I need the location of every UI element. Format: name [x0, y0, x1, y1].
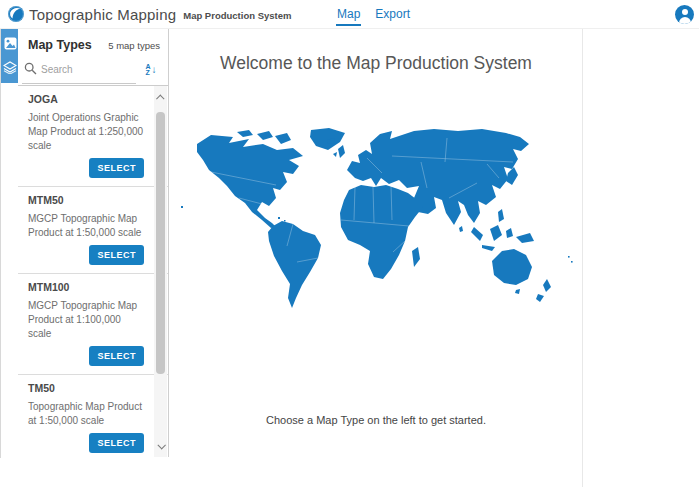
- map-type-item-mtm100: MTM100 MGCP Topographic Map Product at 1…: [18, 274, 168, 375]
- select-button[interactable]: SELECT: [89, 158, 144, 178]
- map-type-name: TM50: [28, 382, 144, 394]
- left-icon-rail: [0, 29, 18, 458]
- app-subtitle: Map Production System: [183, 10, 291, 21]
- map-type-description: Joint Operations Graphic Map Product at …: [28, 111, 144, 153]
- app-header: Topographic Mapping Map Production Syste…: [0, 0, 699, 29]
- world-map-image: [177, 128, 575, 312]
- tab-export[interactable]: Export: [374, 3, 411, 26]
- main-content-area: Welcome to the Map Production System: [169, 29, 699, 487]
- scroll-up-icon[interactable]: [154, 91, 167, 104]
- scroll-down-icon[interactable]: [154, 439, 167, 452]
- select-button[interactable]: SELECT: [89, 433, 144, 453]
- rail-icon-group: [1, 29, 19, 83]
- search-icon: [24, 62, 37, 75]
- chevron-down-glyph: [157, 441, 165, 449]
- map-type-item-tm50: TM50 Topographic Map Product at 1:50,000…: [18, 375, 168, 457]
- map-type-list: JOGA Joint Operations Graphic Map Produc…: [18, 85, 168, 457]
- scrollbar-thumb[interactable]: [156, 112, 165, 374]
- user-avatar-icon[interactable]: [675, 5, 694, 24]
- tab-map[interactable]: Map: [336, 3, 361, 26]
- avatar-body-shape: [679, 17, 691, 25]
- app-logo-globe-icon: [7, 5, 25, 23]
- map-type-name: MTM50: [28, 194, 144, 206]
- map-type-description: MGCP Topographic Map Product at 1:50,000…: [28, 212, 144, 240]
- search-row: AZ ↓: [18, 56, 168, 84]
- map-type-description: MGCP Topographic Map Product at 1:100,00…: [28, 299, 144, 341]
- sort-az-glyph: AZ ↓: [145, 64, 156, 77]
- search-input[interactable]: [41, 64, 126, 75]
- layers-panel-icon[interactable]: [1, 55, 19, 79]
- map-types-count: 5 map types: [108, 40, 160, 51]
- sidebar-scrollbar[interactable]: [154, 86, 167, 457]
- map-type-description: Topographic Map Product at 1:50,000 scal…: [28, 400, 144, 428]
- get-started-instruction: Choose a Map Type on the left to get sta…: [170, 414, 582, 426]
- app-title: Topographic Mapping: [29, 6, 176, 23]
- welcome-title: Welcome to the Map Production System: [170, 53, 582, 74]
- avatar-head-shape: [682, 9, 688, 15]
- search-box: [22, 56, 136, 84]
- chevron-up-glyph: [156, 94, 164, 102]
- select-button[interactable]: SELECT: [89, 346, 144, 366]
- select-button[interactable]: SELECT: [89, 245, 144, 265]
- map-type-name: JOGA: [28, 93, 144, 105]
- header-tabs: Map Export: [336, 0, 411, 29]
- sort-az-icon[interactable]: AZ ↓: [140, 59, 162, 81]
- welcome-panel: Welcome to the Map Production System: [170, 29, 583, 487]
- map-type-item-joga: JOGA Joint Operations Graphic Map Produc…: [18, 86, 168, 187]
- sidebar-header: Map Types 5 map types: [18, 29, 168, 56]
- sidebar-title: Map Types: [28, 38, 92, 52]
- map-type-name: MTM100: [28, 281, 144, 293]
- map-types-sidebar: Map Types 5 map types AZ ↓ JOGA Joint Op…: [18, 29, 169, 457]
- map-type-item-mtm50: MTM50 MGCP Topographic Map Product at 1:…: [18, 187, 168, 274]
- map-panel-icon[interactable]: [1, 31, 19, 55]
